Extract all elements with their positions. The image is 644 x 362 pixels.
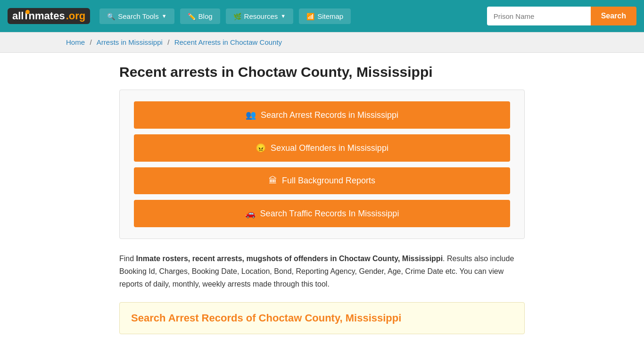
logo-text-i: I bbox=[25, 10, 27, 22]
site-logo[interactable]: all I nmates.org bbox=[8, 8, 90, 24]
traffic-records-button[interactable]: 🚗 Search Traffic Records In Mississippi bbox=[134, 200, 510, 227]
traffic-records-label: Search Traffic Records In Mississippi bbox=[260, 209, 399, 219]
background-reports-label: Full Background Reports bbox=[282, 176, 375, 186]
people-icon: 👥 bbox=[246, 110, 256, 120]
page-title: Recent arrests in Choctaw County, Missis… bbox=[119, 64, 525, 80]
face-icon: 😠 bbox=[256, 143, 266, 153]
logo-text-nmates: nmates bbox=[29, 10, 65, 22]
header-search: Search bbox=[487, 7, 636, 25]
prison-search-button[interactable]: Search bbox=[591, 7, 636, 25]
search-tools-icon bbox=[107, 12, 115, 20]
breadcrumb-arrests-ms[interactable]: Arrests in Mississippi bbox=[97, 38, 163, 46]
breadcrumb-sep-2: / bbox=[167, 38, 171, 46]
resources-arrow: ▼ bbox=[281, 13, 286, 19]
background-reports-button[interactable]: 🏛 Full Background Reports bbox=[134, 167, 510, 194]
section-title: Search Arrest Records of Choctaw County,… bbox=[131, 312, 513, 324]
site-header: all I nmates.org Search Tools ▼ Blog Res… bbox=[0, 0, 644, 32]
nav-resources[interactable]: Resources ▼ bbox=[226, 8, 294, 24]
building-icon: 🏛 bbox=[269, 176, 277, 186]
breadcrumb-current: Recent Arrests in Choctaw County bbox=[174, 38, 282, 46]
description-intro: Find bbox=[119, 255, 136, 263]
description-text: Find Inmate rosters, recent arrests, mug… bbox=[119, 252, 525, 291]
main-content: Recent arrests in Choctaw County, Missis… bbox=[110, 53, 534, 346]
prison-search-input[interactable] bbox=[487, 7, 591, 25]
description-bold: Inmate rosters, recent arrests, mugshots… bbox=[136, 255, 443, 263]
car-icon: 🚗 bbox=[245, 208, 256, 219]
nav-blog[interactable]: Blog bbox=[180, 8, 220, 24]
nav-sitemap[interactable]: Sitemap bbox=[299, 8, 351, 24]
logo-text-all: all bbox=[12, 10, 24, 22]
action-button-box: 👥 Search Arrest Records in Mississippi 😠… bbox=[119, 90, 525, 239]
search-tools-arrow: ▼ bbox=[162, 13, 167, 19]
nav-search-tools[interactable]: Search Tools ▼ bbox=[99, 8, 174, 24]
logo-text-org: .org bbox=[66, 10, 86, 22]
resources-icon bbox=[233, 12, 241, 20]
sexual-offenders-button[interactable]: 😠 Sexual Offenders in Mississippi bbox=[134, 134, 510, 162]
search-arrests-label: Search Arrest Records in Mississippi bbox=[261, 110, 398, 120]
sexual-offenders-label: Sexual Offenders in Mississippi bbox=[271, 143, 388, 153]
sitemap-icon bbox=[306, 12, 314, 20]
breadcrumb-sep-1: / bbox=[90, 38, 93, 46]
breadcrumb-home[interactable]: Home bbox=[66, 38, 85, 46]
breadcrumb: Home / Arrests in Mississippi / Recent A… bbox=[0, 32, 644, 53]
blog-icon bbox=[188, 12, 196, 20]
search-records-section: Search Arrest Records of Choctaw County,… bbox=[119, 302, 525, 334]
search-arrests-button[interactable]: 👥 Search Arrest Records in Mississippi bbox=[134, 101, 510, 129]
